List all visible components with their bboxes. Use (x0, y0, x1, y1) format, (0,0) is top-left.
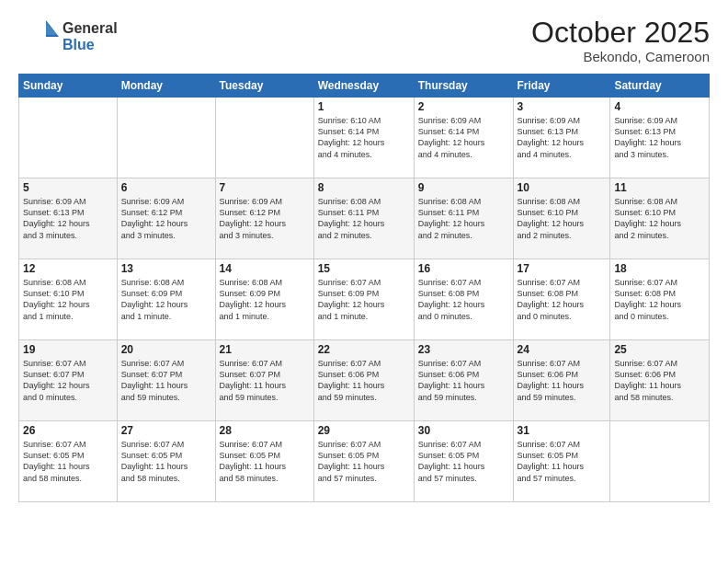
day-info: Sunrise: 6:07 AM Sunset: 6:05 PM Dayligh… (220, 439, 310, 484)
day-number: 3 (518, 100, 607, 113)
day-info: Sunrise: 6:08 AM Sunset: 6:10 PM Dayligh… (614, 196, 705, 241)
calendar-cell: 25Sunrise: 6:07 AM Sunset: 6:06 PM Dayli… (610, 340, 710, 421)
calendar-cell: 20Sunrise: 6:07 AM Sunset: 6:07 PM Dayli… (117, 340, 215, 421)
day-number: 21 (220, 343, 310, 356)
day-number: 25 (614, 343, 705, 356)
calendar-cell: 21Sunrise: 6:07 AM Sunset: 6:07 PM Dayli… (215, 340, 313, 421)
day-info: Sunrise: 6:08 AM Sunset: 6:11 PM Dayligh… (318, 196, 410, 241)
day-number: 30 (418, 424, 509, 437)
calendar-cell: 24Sunrise: 6:07 AM Sunset: 6:06 PM Dayli… (513, 340, 610, 421)
day-info: Sunrise: 6:07 AM Sunset: 6:08 PM Dayligh… (614, 277, 705, 322)
calendar: Sunday Monday Tuesday Wednesday Thursday… (18, 74, 710, 502)
col-friday: Friday (513, 75, 610, 98)
day-number: 12 (23, 262, 113, 275)
day-number: 18 (614, 262, 705, 275)
day-number: 5 (23, 181, 113, 194)
logo-blue: Blue (63, 37, 118, 53)
calendar-cell: 18Sunrise: 6:07 AM Sunset: 6:08 PM Dayli… (610, 259, 710, 340)
day-info: Sunrise: 6:09 AM Sunset: 6:13 PM Dayligh… (518, 115, 607, 160)
day-number: 1 (318, 100, 410, 113)
calendar-cell: 12Sunrise: 6:08 AM Sunset: 6:10 PM Dayli… (19, 259, 118, 340)
calendar-cell: 16Sunrise: 6:07 AM Sunset: 6:08 PM Dayli… (414, 259, 513, 340)
day-number: 27 (121, 424, 211, 437)
day-info: Sunrise: 6:10 AM Sunset: 6:14 PM Dayligh… (318, 115, 410, 160)
page: General Blue October 2025 Bekondo, Camer… (0, 0, 728, 563)
day-info: Sunrise: 6:07 AM Sunset: 6:05 PM Dayligh… (518, 439, 607, 484)
calendar-week-row: 12Sunrise: 6:08 AM Sunset: 6:10 PM Dayli… (19, 259, 710, 340)
day-number: 13 (121, 262, 211, 275)
logo: General Blue (18, 17, 118, 57)
calendar-cell: 4Sunrise: 6:09 AM Sunset: 6:13 PM Daylig… (610, 98, 710, 178)
calendar-cell: 23Sunrise: 6:07 AM Sunset: 6:06 PM Dayli… (414, 340, 513, 421)
calendar-cell: 27Sunrise: 6:07 AM Sunset: 6:05 PM Dayli… (117, 421, 215, 502)
day-info: Sunrise: 6:07 AM Sunset: 6:09 PM Dayligh… (318, 277, 410, 322)
col-wednesday: Wednesday (313, 75, 414, 98)
day-info: Sunrise: 6:07 AM Sunset: 6:07 PM Dayligh… (220, 358, 310, 403)
calendar-cell: 8Sunrise: 6:08 AM Sunset: 6:11 PM Daylig… (313, 178, 414, 259)
calendar-cell: 6Sunrise: 6:09 AM Sunset: 6:12 PM Daylig… (117, 178, 215, 259)
calendar-cell: 3Sunrise: 6:09 AM Sunset: 6:13 PM Daylig… (513, 98, 610, 178)
calendar-cell: 28Sunrise: 6:07 AM Sunset: 6:05 PM Dayli… (215, 421, 313, 502)
calendar-week-row: 26Sunrise: 6:07 AM Sunset: 6:05 PM Dayli… (19, 421, 710, 502)
calendar-cell: 17Sunrise: 6:07 AM Sunset: 6:08 PM Dayli… (513, 259, 610, 340)
day-number: 15 (318, 262, 410, 275)
svg-marker-1 (46, 22, 57, 35)
calendar-week-row: 5Sunrise: 6:09 AM Sunset: 6:13 PM Daylig… (19, 178, 710, 259)
calendar-cell: 19Sunrise: 6:07 AM Sunset: 6:07 PM Dayli… (19, 340, 118, 421)
day-number: 14 (220, 262, 310, 275)
location-title: Bekondo, Cameroon (531, 49, 710, 64)
day-number: 19 (23, 343, 113, 356)
day-info: Sunrise: 6:07 AM Sunset: 6:05 PM Dayligh… (121, 439, 211, 484)
calendar-header-row: Sunday Monday Tuesday Wednesday Thursday… (19, 75, 710, 98)
day-number: 28 (220, 424, 310, 437)
calendar-cell: 1Sunrise: 6:10 AM Sunset: 6:14 PM Daylig… (313, 98, 414, 178)
col-saturday: Saturday (610, 75, 710, 98)
day-info: Sunrise: 6:09 AM Sunset: 6:12 PM Dayligh… (121, 196, 211, 241)
calendar-cell: 26Sunrise: 6:07 AM Sunset: 6:05 PM Dayli… (19, 421, 118, 502)
day-info: Sunrise: 6:08 AM Sunset: 6:09 PM Dayligh… (220, 277, 310, 322)
calendar-cell: 14Sunrise: 6:08 AM Sunset: 6:09 PM Dayli… (215, 259, 313, 340)
col-thursday: Thursday (414, 75, 513, 98)
title-block: October 2025 Bekondo, Cameroon (531, 17, 710, 64)
calendar-cell: 15Sunrise: 6:07 AM Sunset: 6:09 PM Dayli… (313, 259, 414, 340)
day-info: Sunrise: 6:07 AM Sunset: 6:07 PM Dayligh… (23, 358, 113, 403)
calendar-cell (117, 98, 215, 178)
day-number: 10 (518, 181, 607, 194)
calendar-cell: 5Sunrise: 6:09 AM Sunset: 6:13 PM Daylig… (19, 178, 118, 259)
day-number: 24 (518, 343, 607, 356)
day-info: Sunrise: 6:07 AM Sunset: 6:05 PM Dayligh… (318, 439, 410, 484)
day-info: Sunrise: 6:07 AM Sunset: 6:07 PM Dayligh… (121, 358, 211, 403)
day-number: 20 (121, 343, 211, 356)
day-number: 2 (418, 100, 509, 113)
col-monday: Monday (117, 75, 215, 98)
month-title: October 2025 (531, 17, 710, 49)
calendar-cell: 31Sunrise: 6:07 AM Sunset: 6:05 PM Dayli… (513, 421, 610, 502)
calendar-cell: 11Sunrise: 6:08 AM Sunset: 6:10 PM Dayli… (610, 178, 710, 259)
calendar-cell: 7Sunrise: 6:09 AM Sunset: 6:12 PM Daylig… (215, 178, 313, 259)
day-number: 31 (518, 424, 607, 437)
day-info: Sunrise: 6:07 AM Sunset: 6:08 PM Dayligh… (518, 277, 607, 322)
day-number: 26 (23, 424, 113, 437)
calendar-week-row: 1Sunrise: 6:10 AM Sunset: 6:14 PM Daylig… (19, 98, 710, 178)
day-info: Sunrise: 6:09 AM Sunset: 6:13 PM Dayligh… (23, 196, 113, 241)
day-number: 6 (121, 181, 211, 194)
day-info: Sunrise: 6:07 AM Sunset: 6:06 PM Dayligh… (614, 358, 705, 403)
day-info: Sunrise: 6:07 AM Sunset: 6:05 PM Dayligh… (23, 439, 113, 484)
calendar-cell: 2Sunrise: 6:09 AM Sunset: 6:14 PM Daylig… (414, 98, 513, 178)
day-info: Sunrise: 6:08 AM Sunset: 6:11 PM Dayligh… (418, 196, 509, 241)
logo-general: General (63, 20, 118, 37)
day-number: 7 (220, 181, 310, 194)
day-number: 29 (318, 424, 410, 437)
day-info: Sunrise: 6:09 AM Sunset: 6:13 PM Dayligh… (614, 115, 705, 160)
day-info: Sunrise: 6:07 AM Sunset: 6:06 PM Dayligh… (518, 358, 607, 403)
day-info: Sunrise: 6:07 AM Sunset: 6:08 PM Dayligh… (418, 277, 509, 322)
calendar-cell: 13Sunrise: 6:08 AM Sunset: 6:09 PM Dayli… (117, 259, 215, 340)
calendar-cell: 10Sunrise: 6:08 AM Sunset: 6:10 PM Dayli… (513, 178, 610, 259)
day-info: Sunrise: 6:09 AM Sunset: 6:14 PM Dayligh… (418, 115, 509, 160)
day-info: Sunrise: 6:09 AM Sunset: 6:12 PM Dayligh… (220, 196, 310, 241)
calendar-cell (19, 98, 118, 178)
day-info: Sunrise: 6:07 AM Sunset: 6:06 PM Dayligh… (318, 358, 410, 403)
day-info: Sunrise: 6:07 AM Sunset: 6:06 PM Dayligh… (418, 358, 509, 403)
day-number: 11 (614, 181, 705, 194)
calendar-cell: 9Sunrise: 6:08 AM Sunset: 6:11 PM Daylig… (414, 178, 513, 259)
